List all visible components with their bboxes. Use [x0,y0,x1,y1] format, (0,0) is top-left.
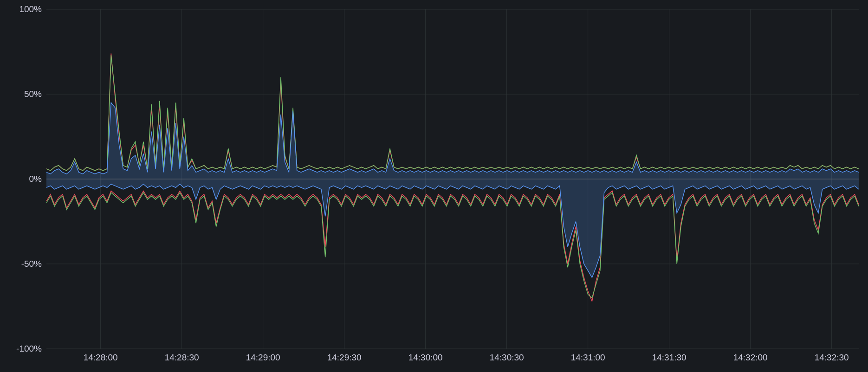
x-tick-label: 14:29:30 [327,353,362,363]
x-tick-label: 14:31:00 [571,353,605,363]
chart-svg [46,9,859,349]
x-tick-label: 14:30:30 [490,353,524,363]
timeseries-panel: { "chart_data": { "type": "line", "ylabe… [0,0,868,372]
x-tick-label: 14:30:00 [408,353,443,363]
x-axis: 14:28:0014:28:3014:29:0014:29:3014:30:00… [46,349,859,372]
y-tick-label: 100% [19,4,42,14]
x-tick-label: 14:31:30 [652,353,687,363]
x-tick-label: 14:28:00 [84,353,118,363]
x-tick-label: 14:32:00 [733,353,768,363]
y-axis: -100%-50%0%50%100% [0,0,46,372]
y-tick-label: -50% [21,259,42,269]
y-tick-label: -100% [16,344,42,354]
x-tick-label: 14:32:30 [815,353,849,363]
y-tick-label: 50% [24,89,42,99]
plot-area[interactable] [46,9,859,349]
y-tick-label: 0% [29,174,42,184]
x-tick-label: 14:28:30 [165,353,199,363]
x-tick-label: 14:29:00 [246,353,280,363]
